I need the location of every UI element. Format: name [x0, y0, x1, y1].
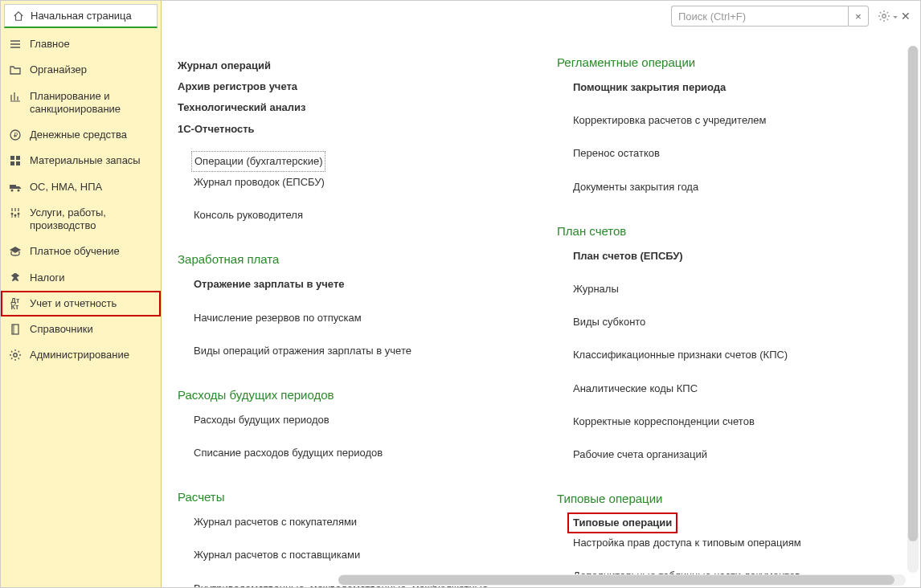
grad-icon [9, 245, 22, 258]
search-clear-button[interactable]: × [848, 6, 869, 27]
menu-link[interactable]: Журналы [557, 279, 904, 300]
search-wrap: × [671, 6, 869, 27]
topbar: × ✕ [162, 1, 920, 31]
svg-rect-5 [16, 161, 20, 165]
nav-item-label: Главное [30, 38, 70, 51]
dtkt-icon: ДтКт [9, 297, 22, 310]
nav-item-truck[interactable]: ОС, НМА, НПА [1, 174, 161, 200]
nav-item-label: Налоги [30, 272, 65, 284]
menu-link[interactable]: 1С-Отчетность [178, 119, 525, 140]
group-title: Заработная плата [178, 252, 525, 266]
svg-point-6 [11, 189, 14, 191]
menu-link[interactable]: Журнал расчетов с покупателями [178, 512, 525, 533]
ruble-icon: ₽ [9, 129, 22, 141]
svg-rect-4 [10, 161, 14, 165]
nav-item-dtkt[interactable]: ДтКтУчет и отчетность [1, 291, 161, 316]
close-button[interactable]: ✕ [899, 10, 912, 22]
main-area: × ✕ Журнал операцийАрхив регистров учета… [162, 1, 920, 587]
home-tab-label: Начальная страница [31, 10, 132, 22]
folder-icon [9, 63, 22, 76]
menu-link[interactable]: План счетов (ЕПСБУ) [557, 246, 904, 267]
menu-link[interactable]: Журнал расчетов с поставщиками [178, 545, 525, 566]
right-column: Регламентные операцииПомощник закрытия п… [557, 31, 904, 587]
nav-item-label: Материальные запасы [30, 154, 141, 167]
nav-item-label: ОС, НМА, НПА [30, 181, 102, 194]
sidebar: Начальная страница ГлавноеОрганайзерПлан… [1, 1, 162, 587]
nav-item-label: Услуги, работы, производство [30, 206, 153, 233]
content-area: Журнал операцийАрхив регистров учетаТехн… [162, 31, 920, 587]
svg-text:₽: ₽ [14, 132, 18, 139]
truck-icon [9, 181, 22, 194]
group-title: Регламентные операции [557, 55, 904, 69]
menu-link[interactable]: Аналитические коды КПС [557, 378, 904, 399]
nav-item-boxes[interactable]: Материальные запасы [1, 148, 161, 174]
group-title: План счетов [557, 224, 904, 238]
group-title: Расчеты [178, 490, 525, 504]
menu-link[interactable]: Журнал проводок (ЕПСБУ) [178, 172, 525, 193]
nav-item-book[interactable]: Справочники [1, 316, 161, 342]
menu-link[interactable]: Документы закрытия года [557, 177, 904, 198]
menu-link[interactable]: Перенос остатков [557, 143, 904, 164]
menu-link[interactable]: Журнал операций [178, 55, 525, 76]
book-icon [9, 323, 22, 336]
nav-item-label: Денежные средства [30, 129, 127, 141]
menu-link[interactable]: Помощник закрытия периода [557, 77, 904, 98]
nav-item-menu[interactable]: Главное [1, 31, 161, 57]
menu-link[interactable]: Отражение зарплаты в учете [178, 274, 525, 295]
menu-icon [9, 38, 22, 51]
home-icon [13, 10, 24, 22]
menu-link[interactable]: Виды субконто [557, 312, 904, 333]
vertical-scrollbar-thumb[interactable] [908, 46, 918, 541]
services-icon [9, 206, 22, 219]
svg-point-12 [14, 353, 17, 357]
nav-item-planning[interactable]: Планирование и санкционирование [1, 84, 161, 123]
svg-point-13 [882, 14, 886, 18]
gear-icon [878, 10, 890, 22]
nav-item-ruble[interactable]: ₽Денежные средства [1, 122, 161, 148]
svg-rect-3 [16, 156, 20, 160]
group-title: Типовые операции [557, 492, 904, 505]
left-column: Журнал операцийАрхив регистров учетаТехн… [178, 31, 525, 587]
nav-item-label: Платное обучение [30, 245, 120, 258]
home-tab[interactable]: Начальная страница [4, 4, 158, 28]
menu-link[interactable]: Типовые операции [568, 513, 677, 533]
svg-rect-11 [12, 325, 18, 334]
nav-item-gear[interactable]: Администрирование [1, 342, 161, 368]
nav-item-services[interactable]: Услуги, работы, производство [1, 200, 161, 239]
menu-link[interactable]: Начисление резервов по отпускам [178, 308, 525, 329]
menu-link[interactable]: Технологический анализ [178, 97, 525, 118]
nav-item-folder[interactable]: Органайзер [1, 57, 161, 83]
nav-item-label: Учет и отчетность [30, 297, 117, 310]
planning-icon [9, 90, 22, 103]
nav-item-label: Органайзер [30, 63, 87, 76]
menu-link[interactable]: Консоль руководителя [178, 205, 525, 226]
vertical-scrollbar[interactable] [907, 46, 919, 573]
menu-link[interactable]: Архив регистров учета [178, 76, 525, 97]
menu-link[interactable]: Расходы будущих периодов [178, 410, 525, 431]
menu-link[interactable]: Рабочие счета организаций [557, 444, 904, 465]
menu-link[interactable]: Операции (бухгалтерские) [191, 151, 325, 172]
menu-link[interactable]: Корректные корреспонденции счетов [557, 411, 904, 432]
nav-item-label: Администрирование [30, 349, 129, 361]
menu-link[interactable]: Настройка прав доступа к типовым операци… [557, 533, 904, 553]
nav-item-label: Планирование и санкционирование [30, 90, 153, 116]
nav-item-eagle[interactable]: Налоги [1, 265, 161, 291]
nav-item-label: Справочники [30, 323, 93, 336]
boxes-icon [9, 154, 22, 167]
nav-list: ГлавноеОрганайзерПланирование и санкцион… [1, 31, 161, 587]
menu-link[interactable]: Списание расходов будущих периодов [178, 443, 525, 463]
gear-icon [9, 349, 22, 361]
eagle-icon [9, 272, 22, 284]
svg-rect-2 [10, 156, 14, 160]
group-title: Расходы будущих периодов [178, 388, 525, 402]
nav-item-grad[interactable]: Платное обучение [1, 239, 161, 264]
search-input[interactable] [671, 6, 848, 27]
menu-link[interactable]: Корректировка расчетов с учредителем [557, 110, 904, 131]
close-icon: ✕ [901, 10, 911, 22]
svg-point-7 [18, 189, 20, 191]
horizontal-scrollbar[interactable] [338, 574, 906, 586]
menu-link[interactable]: Виды операций отражения зарплаты в учете [178, 341, 525, 361]
horizontal-scrollbar-thumb[interactable] [338, 575, 894, 585]
menu-link[interactable]: Классификационные признаки счетов (КПС) [557, 345, 904, 365]
settings-button[interactable] [875, 7, 893, 25]
